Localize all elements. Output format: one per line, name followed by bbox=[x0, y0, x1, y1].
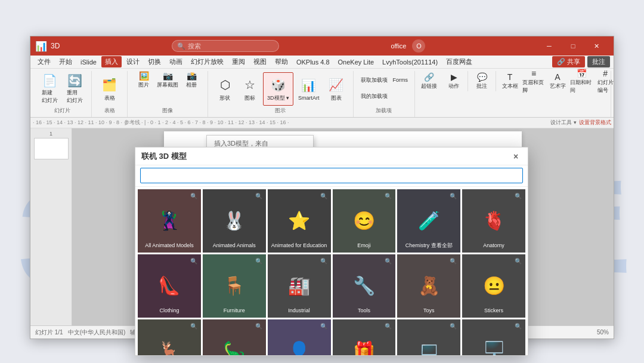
dialog-title-bar: 联机 3D 模型 × bbox=[135, 147, 528, 165]
menu-insert[interactable]: 插入 bbox=[101, 56, 122, 67]
model-cell-label: Anatomy bbox=[483, 242, 504, 249]
model-cell-animated-for-education[interactable]: ⭐🔍Animated for Education bbox=[268, 189, 331, 253]
menu-transitions[interactable]: 切换 bbox=[144, 56, 165, 67]
ppt-window: 📊 3D 🔍 搜索 office O ─ □ ✕ 文件 开始 iSlide 插入… bbox=[30, 36, 614, 339]
reuse-slide-button[interactable]: 🔄 重用幻灯片 bbox=[63, 72, 86, 106]
office-button[interactable]: O bbox=[412, 39, 425, 53]
model-cell-toys[interactable]: 🧸🔍Toys bbox=[397, 254, 460, 318]
menu-onekey[interactable]: OneKey Lite bbox=[335, 57, 378, 67]
header-button[interactable]: ≡ 页眉和页脚 bbox=[522, 73, 545, 89]
window-title: 3D bbox=[51, 42, 60, 50]
menu-review[interactable]: 重阅 bbox=[228, 56, 249, 67]
get-addins-label: 获取加载项 bbox=[361, 76, 388, 84]
model-cell-chemistry-查看全部[interactable]: 🧪🔍Chemistry 查看全部 bbox=[397, 189, 460, 253]
picture-button[interactable]: 🖼️ 图片 bbox=[132, 72, 155, 88]
table-button[interactable]: 🗂️ 表格 bbox=[98, 72, 122, 106]
table-icon: 🗂️ bbox=[101, 76, 118, 93]
ribbon-images-buttons: 🖼️ 图片 📷 屏幕截图 📸 相册 bbox=[132, 72, 203, 106]
model-cell-tools[interactable]: 🔧🔍Tools bbox=[333, 254, 396, 318]
model-cell-electronics-and-gadgets[interactable]: 💻🔍Electronics and Gadgets bbox=[397, 319, 460, 355]
chart-button[interactable]: 📈 图表 bbox=[324, 72, 348, 106]
hyperlink-button[interactable]: 🔗 超链接 bbox=[417, 73, 440, 89]
ruler-content: · 16 · 15 · 14 · 13 · 12 · 11 · 10 · 9 ·… bbox=[30, 119, 292, 127]
picture-icon: 🖼️ bbox=[139, 71, 149, 81]
maximize-button[interactable]: □ bbox=[561, 36, 585, 56]
slide-thumbnail[interactable] bbox=[34, 138, 69, 159]
comment-ribbon-button[interactable]: 💬 批注 bbox=[470, 73, 493, 89]
screenshot-button[interactable]: 📷 屏幕截图 bbox=[156, 72, 179, 88]
new-slide-icon: 📄 bbox=[41, 73, 58, 88]
model-cell-avatars[interactable]: 👤🔍Avatars bbox=[268, 319, 331, 355]
datetime-icon: 📅 bbox=[577, 69, 587, 78]
model-cell-microsoft-products[interactable]: 🖥️🔍Microsoft Products bbox=[462, 319, 525, 355]
model-search-icon: 🔍 bbox=[320, 193, 327, 199]
smartart-icon: 📊 bbox=[301, 77, 317, 94]
menu-lvyh[interactable]: LvyhTools(201114) bbox=[379, 57, 441, 67]
dialog-search-input[interactable] bbox=[140, 168, 523, 183]
dialog-content[interactable]: 🦹🔍All Animated Models🐰🔍Animated Animals⭐… bbox=[135, 187, 528, 355]
menu-okplus[interactable]: OKPlus 4.8 bbox=[293, 57, 333, 67]
search-box[interactable]: 🔍 搜索 bbox=[172, 40, 279, 52]
textbox-label: 文本框 bbox=[502, 82, 518, 90]
slideno-button[interactable]: # 幻灯片编号 bbox=[594, 73, 614, 89]
ruler-bar: · 16 · 15 · 14 · 13 · 12 · 11 · 10 · 9 ·… bbox=[30, 118, 614, 128]
model-cell-dinosaurs[interactable]: 🦕🔍Dinosaurs bbox=[203, 319, 266, 355]
icons-label: 图标 bbox=[244, 94, 255, 102]
menu-right: 🔗 共享 批注 bbox=[552, 56, 610, 67]
menu-animations[interactable]: 动画 bbox=[166, 56, 186, 67]
model-search-icon: 🔍 bbox=[450, 193, 457, 199]
chart-icon: 📈 bbox=[328, 76, 345, 93]
comment-button[interactable]: 批注 bbox=[587, 56, 610, 67]
model-cell-celebrations[interactable]: 🎁🔍Celebrations bbox=[333, 319, 396, 355]
shapes-button[interactable]: ⬡ 形状 bbox=[213, 72, 237, 106]
model-cell-clothing[interactable]: 👠🔍Clothing bbox=[138, 254, 201, 318]
model-search-icon: 🔍 bbox=[385, 258, 392, 264]
model-search-icon: 🔍 bbox=[190, 193, 197, 199]
share-button[interactable]: 🔗 共享 bbox=[552, 56, 585, 67]
menu-help[interactable]: 帮助 bbox=[271, 56, 292, 67]
slideno-label: 幻灯片编号 bbox=[597, 79, 614, 94]
model-cell-furniture[interactable]: 🪑🔍Furniture bbox=[203, 254, 266, 318]
model-cell-stickers[interactable]: 😐🔍Stickers bbox=[462, 254, 525, 318]
model-cell-anatomy[interactable]: 🫀🔍Anatomy bbox=[462, 189, 525, 253]
forms-button[interactable]: Forms bbox=[391, 72, 411, 88]
wordart-label: 艺术字 bbox=[550, 82, 566, 90]
menu-baidu[interactable]: 百度网盘 bbox=[442, 56, 476, 67]
model-cell-label: All Animated Models bbox=[145, 242, 194, 249]
icons-icon: ☆ bbox=[242, 76, 258, 93]
model-cell-industrial[interactable]: 🏭🔍Industrial bbox=[268, 254, 331, 318]
model-cell-label: Animated for Education bbox=[271, 242, 327, 249]
dialog-close-button[interactable]: × bbox=[510, 150, 522, 162]
comment-ribbon-label: 批注 bbox=[476, 82, 487, 90]
menu-file[interactable]: 文件 bbox=[34, 56, 54, 67]
get-addins-button[interactable]: 获取加载项 bbox=[358, 72, 390, 88]
model-cell-animated-animals[interactable]: 🐰🔍Animated Animals bbox=[203, 189, 266, 253]
3d-model-button[interactable]: 🎲 3D模型 ▾ bbox=[263, 72, 293, 106]
my-addins-button[interactable]: 我的加载项 bbox=[358, 88, 390, 104]
menu-view[interactable]: 视图 bbox=[250, 56, 270, 67]
menu-home[interactable]: 开始 bbox=[55, 56, 76, 67]
screenshot-icon: 📷 bbox=[163, 71, 173, 81]
datetime-button[interactable]: 📅 日期和时间 bbox=[570, 73, 593, 89]
dialog-search-area bbox=[135, 165, 528, 187]
menu-slideshow[interactable]: 幻灯片放映 bbox=[187, 56, 227, 67]
smartart-button[interactable]: 📊 SmartArt bbox=[295, 72, 323, 106]
model-cell-animals[interactable]: 🦌🔍Animals bbox=[138, 319, 201, 355]
close-button[interactable]: ✕ bbox=[585, 36, 609, 56]
icons-button[interactable]: ☆ 图标 bbox=[238, 72, 262, 106]
action-button[interactable]: ▶ 动作 bbox=[442, 73, 465, 89]
album-button[interactable]: 📸 相册 bbox=[180, 72, 203, 88]
slides-group-label: 幻灯片 bbox=[54, 107, 70, 116]
picture-label: 图片 bbox=[138, 81, 149, 89]
model-search-icon: 🔍 bbox=[385, 193, 392, 199]
chart-label: 图表 bbox=[331, 94, 342, 102]
textbox-button[interactable]: T 文本框 bbox=[499, 73, 521, 89]
model-cell-all-animated-models[interactable]: 🦹🔍All Animated Models bbox=[138, 189, 201, 253]
wordart-button[interactable]: A 艺术字 bbox=[546, 73, 569, 89]
textbox-icon: T bbox=[507, 72, 513, 82]
menu-design[interactable]: 设计 bbox=[123, 56, 143, 67]
minimize-button[interactable]: ─ bbox=[537, 36, 561, 56]
model-cell-emoji[interactable]: 😊🔍Emoji bbox=[333, 189, 396, 253]
new-slide-button[interactable]: 📄 新建幻灯片 bbox=[38, 72, 61, 106]
menu-islide[interactable]: iSlide bbox=[77, 57, 100, 67]
